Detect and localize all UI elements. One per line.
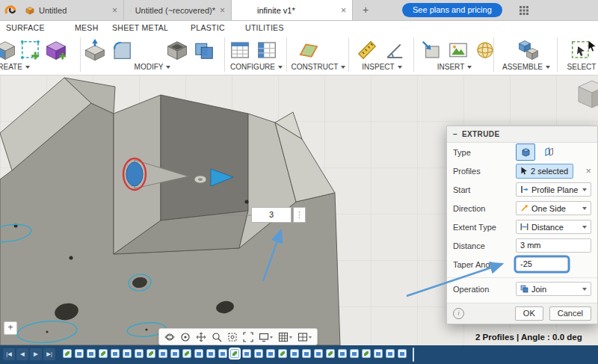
extent-type-dropdown[interactable]: Distance xyxy=(516,220,591,234)
ribbon-tab-plastic[interactable]: PLASTIC xyxy=(191,23,225,32)
create-form-icon[interactable] xyxy=(45,39,67,61)
ribbon-group-select[interactable]: SELECT xyxy=(559,61,598,72)
view-cube[interactable] xyxy=(573,78,598,111)
taper-angle-input[interactable]: -25 xyxy=(516,257,568,271)
measure-icon[interactable] xyxy=(356,39,378,61)
orbit-icon[interactable] xyxy=(163,330,176,344)
ribbon-group-insert[interactable]: INSERT xyxy=(416,61,493,72)
ribbon-group-configure[interactable]: CONFIGURE xyxy=(226,61,286,72)
extrude-feature-icon[interactable] xyxy=(350,349,359,358)
new-tab-button[interactable]: + xyxy=(359,3,372,16)
zoom-window-icon[interactable] xyxy=(226,330,239,344)
combine-icon[interactable] xyxy=(193,39,215,61)
extrude-feature-icon[interactable] xyxy=(254,349,263,358)
direction-dropdown[interactable]: One Side xyxy=(516,201,591,215)
grid-settings-icon[interactable] xyxy=(277,330,294,344)
extrude-feature-icon[interactable] xyxy=(338,349,347,358)
sketch-feature-icon[interactable] xyxy=(147,349,155,358)
extrude-feature-icon[interactable] xyxy=(111,349,120,358)
create-sketch-icon[interactable] xyxy=(19,39,42,61)
configure-table-icon[interactable] xyxy=(229,39,251,61)
construct-plane-icon[interactable] xyxy=(298,39,320,61)
timeline-go-to-end-button[interactable]: ▶| xyxy=(43,348,55,360)
select-tool-icon[interactable] xyxy=(570,39,592,61)
sketch-feature-icon[interactable] xyxy=(63,349,72,358)
close-tab-icon[interactable]: × xyxy=(341,5,346,16)
create-box-icon[interactable] xyxy=(0,39,16,61)
ribbon-tab-surface[interactable]: SURFACE xyxy=(6,23,45,32)
document-tab-untitled[interactable]: Untitled × xyxy=(19,0,124,20)
timeline-go-to-start-button[interactable]: |◀ xyxy=(3,348,15,360)
dialog-header[interactable]: – EXTRUDE xyxy=(447,126,597,143)
viewports-icon[interactable] xyxy=(296,330,313,344)
zoom-icon[interactable] xyxy=(210,330,224,344)
pan-icon[interactable] xyxy=(194,330,208,344)
start-dropdown[interactable]: Profile Plane xyxy=(516,182,591,197)
ribbon-group-assemble[interactable]: ASSEMBLE xyxy=(496,61,557,72)
sketch-feature-icon[interactable] xyxy=(230,349,239,358)
timeline-play-button[interactable]: ▶ xyxy=(30,348,42,360)
ribbon-tab-sheetmetal[interactable]: SHEET METAL xyxy=(112,23,168,32)
insert-mesh-icon[interactable] xyxy=(474,39,496,61)
sketch-feature-icon[interactable] xyxy=(362,349,371,358)
ribbon-group-create[interactable]: CREATE xyxy=(0,61,45,72)
distance-dimension-input[interactable]: 3 xyxy=(251,207,292,223)
extrude-feature-icon[interactable] xyxy=(170,349,179,358)
info-icon[interactable]: i xyxy=(453,308,464,319)
timeline-position-marker[interactable] xyxy=(413,348,414,362)
app-grid-icon[interactable] xyxy=(519,5,529,16)
extrude-feature-icon[interactable] xyxy=(242,349,251,358)
dimension-drag-handle-icon[interactable]: ⋮ xyxy=(293,207,306,223)
angle-measure-icon[interactable] xyxy=(383,39,405,61)
extrude-feature-icon[interactable] xyxy=(386,349,395,358)
extrude-feature-icon[interactable] xyxy=(218,349,227,358)
close-tab-icon[interactable]: × xyxy=(112,5,117,16)
fillet-icon[interactable] xyxy=(111,39,133,61)
extrude-feature-icon[interactable] xyxy=(87,349,96,358)
shell-icon[interactable] xyxy=(166,39,188,61)
close-tab-icon[interactable]: × xyxy=(220,5,225,16)
extrude-feature-icon[interactable] xyxy=(206,349,215,358)
viewport-plus-button[interactable]: + xyxy=(4,321,17,335)
distance-input[interactable]: 3 mm xyxy=(516,238,591,253)
fit-icon[interactable] xyxy=(241,330,255,344)
extrude-feature-icon[interactable] xyxy=(123,349,132,358)
ribbon-tab-utilities[interactable]: UTILITIES xyxy=(245,23,284,32)
extrude-feature-icon[interactable] xyxy=(194,349,203,358)
ribbon-group-inspect[interactable]: INSPECT xyxy=(351,61,413,72)
timeline-step-back-button[interactable]: ◀ xyxy=(16,348,28,360)
insert-decal-icon[interactable] xyxy=(420,39,443,61)
look-at-icon[interactable] xyxy=(179,330,192,344)
collapse-icon[interactable]: – xyxy=(453,130,457,138)
sketch-feature-icon[interactable] xyxy=(326,349,335,358)
extrude-feature-icon[interactable] xyxy=(314,349,323,358)
ribbon-group-construct[interactable]: CONSTRUCT xyxy=(289,61,348,72)
extrude-feature-icon[interactable] xyxy=(75,349,84,358)
cancel-button[interactable]: Cancel xyxy=(549,306,591,321)
extrude-feature-icon[interactable] xyxy=(398,349,407,358)
extrude-feature-icon[interactable] xyxy=(374,349,383,358)
document-tab-recovered[interactable]: Untitled (~recovered)* × xyxy=(124,0,232,20)
extrude-feature-icon[interactable] xyxy=(158,349,167,358)
ribbon-tab-mesh[interactable]: MESH xyxy=(75,23,99,32)
profiles-selection-chip[interactable]: 2 selected xyxy=(516,164,573,179)
document-tab-infinite-active[interactable]: infinite v1* × xyxy=(232,0,353,20)
display-settings-icon[interactable] xyxy=(257,330,274,344)
ribbon-group-modify[interactable]: MODIFY xyxy=(82,61,223,72)
see-plans-button[interactable]: See plans and pricing xyxy=(402,3,502,17)
sketch-feature-icon[interactable] xyxy=(278,349,287,358)
press-pull-icon[interactable] xyxy=(84,39,106,61)
extrude-feature-icon[interactable] xyxy=(135,349,144,358)
sketch-feature-icon[interactable] xyxy=(182,349,191,358)
extrude-feature-icon[interactable] xyxy=(302,349,311,358)
extrude-feature-icon[interactable] xyxy=(266,349,275,358)
clear-selection-icon[interactable]: × xyxy=(585,165,591,176)
sketch-feature-icon[interactable] xyxy=(99,349,108,358)
ok-button[interactable]: OK xyxy=(515,306,543,321)
operation-dropdown[interactable]: Join xyxy=(516,282,591,296)
thin-extrude-type-button[interactable] xyxy=(539,144,558,161)
extrude-type-button[interactable] xyxy=(516,144,535,161)
configuration-icon[interactable] xyxy=(256,39,278,61)
insert-image-icon[interactable] xyxy=(447,39,469,61)
extrude-feature-icon[interactable] xyxy=(290,349,299,358)
